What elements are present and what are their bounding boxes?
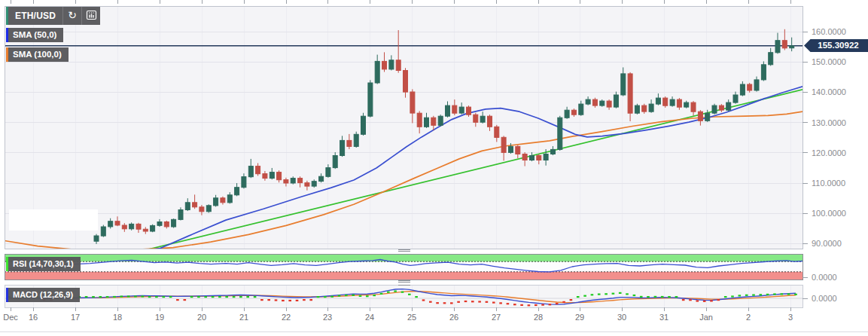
date-axis-label: 19 (143, 312, 176, 322)
panel-splitter-handle[interactable] (398, 280, 410, 286)
symbol-toolbar: ETH/USD ↻ (6, 7, 100, 25)
date-axis-label: 22 (270, 312, 303, 322)
price-axis-label: 140.0000 (812, 87, 846, 97)
last-price-badge: 155.30922 (804, 39, 868, 52)
date-axis-label: 21 (227, 312, 260, 322)
price-axis-label: 100.0000 (812, 208, 846, 218)
rsi-oversold-band (5, 272, 803, 279)
sma50-label[interactable]: SMA (50,0) (6, 28, 63, 42)
date-axis-label: 3 (774, 312, 807, 322)
macd-zero-label: 0.0000 (812, 293, 837, 304)
chart-style-icon[interactable] (81, 7, 100, 25)
date-axis-label: 17 (59, 312, 92, 322)
date-axis-label: Jan (690, 312, 723, 322)
price-axis-label: 90.0000 (812, 238, 842, 249)
date-axis-label: 20 (185, 312, 218, 322)
date-axis-label: 23 (311, 312, 344, 322)
price-axis-label: 160.0000 (812, 26, 846, 37)
rsi-label[interactable]: RSI (14,70,30,1) (6, 257, 81, 271)
widget-bottom-border (0, 331, 868, 332)
date-axis-label: 16 (17, 312, 50, 322)
price-axis-label: 150.0000 (812, 57, 846, 67)
symbol-button[interactable]: ETH/USD (8, 7, 62, 25)
watermark-box (9, 209, 98, 231)
date-axis-label: 28 (522, 312, 555, 322)
price-axis-label: 120.0000 (812, 148, 846, 158)
date-axis-label: 31 (647, 312, 681, 322)
date-axis-label: 2 (732, 312, 765, 322)
price-axis-label: 130.0000 (812, 118, 846, 128)
chart-canvas[interactable] (0, 0, 868, 336)
rsi-zero-label: 0.0000 (812, 272, 837, 283)
panel-splitter-handle[interactable] (398, 249, 410, 255)
chart-widget: ETH/USD ↻ SMA (50,0) SMA (100,0) 155.309… (0, 0, 868, 336)
date-axis-label: 24 (353, 312, 386, 322)
macd-label[interactable]: MACD (12,26,9) (6, 288, 80, 302)
date-axis-label: 18 (101, 312, 134, 322)
date-axis-label: 29 (563, 312, 596, 322)
date-axis-label: 30 (605, 312, 638, 322)
date-axis-label: 27 (480, 312, 513, 322)
price-axis-label: 110.0000 (812, 178, 845, 188)
main-plot-area[interactable] (5, 6, 803, 249)
sma100-label[interactable]: SMA (100,0) (6, 47, 69, 62)
date-axis-label: 26 (437, 312, 471, 322)
date-axis-label: 25 (395, 312, 428, 322)
refresh-icon[interactable]: ↻ (62, 7, 81, 25)
